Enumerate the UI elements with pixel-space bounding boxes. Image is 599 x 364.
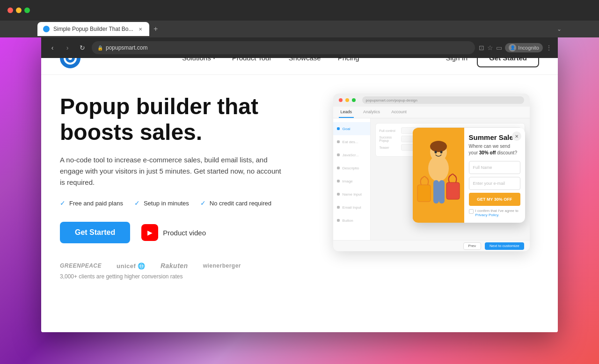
hero-checks: ✓ Free and paid plans ✓ Setup in minutes… [60,199,314,207]
person-illustration [413,129,464,222]
tab-overflow-button[interactable]: ⌄ [557,26,562,32]
popup-checkbox-row: I confirm that I've agree to Privacy Pol… [469,209,520,217]
hero-right: popupsmart.com/popup-design Leads Analyt… [323,94,539,318]
mockup-body: Goal Eat des... JavaScr... [333,118,530,240]
mockup-tab-leads[interactable]: Leads [339,107,354,118]
popup-submit-button[interactable]: GET MY 30% OFF [469,193,520,206]
address-input[interactable]: 🔒 popupsmart.com [92,41,475,54]
browser-mockup: popupsmart.com/popup-design Leads Analyt… [333,94,530,251]
check-label-3: No credit card required [210,200,271,207]
hero-buttons: Get Started ▶ Product video [60,222,314,243]
hero-get-started-button[interactable]: Get Started [60,222,130,243]
popup-form: Summer Sale Where can we send your 30% o… [464,128,525,223]
sidebar-item-image[interactable]: Image [333,175,370,188]
check-label-2: Setup in minutes [144,200,189,207]
popup-close-button[interactable]: ✕ [512,131,521,141]
sidebar-label: Goal [343,127,351,131]
title-bar [0,0,599,21]
mockup-tabs: Leads Analytics Account [333,107,530,118]
svg-point-8 [434,151,437,153]
mockup-url-bar: popupsmart.com/popup-design [362,96,524,104]
incognito-icon: 👤 [509,44,516,51]
clients-count: 3,000+ clients are getting higher conver… [60,273,314,280]
popup-fullname-field[interactable]: Full Name [469,161,520,174]
svg-point-9 [440,151,442,153]
hero-left: Popup builder that boosts sales. A no-co… [60,94,323,318]
play-icon: ▶ [141,224,158,241]
hero-title: Popup builder that boosts sales. [60,94,314,145]
traffic-lights [7,7,30,13]
sidebar-dot [337,127,340,130]
tab-arrange-icon[interactable]: ▭ [496,44,502,51]
menu-icon[interactable]: ⋮ [546,44,552,51]
popup-person [413,129,464,222]
hero-video-button[interactable]: ▶ Product video [141,224,206,241]
hero-section: Popup builder that boosts sales. A no-co… [41,75,558,332]
fullscreen-button[interactable] [24,7,30,13]
checkmark-icon-1: ✓ [60,199,66,207]
sidebar-label-6: Name Input [343,192,362,197]
popup-email-field[interactable]: Enter your e-mail [469,177,520,190]
checkmark-icon-2: ✓ [134,199,140,207]
sidebar-label-8: Button [343,218,353,223]
forward-button[interactable]: › [62,42,73,53]
lock-icon: 🔒 [97,45,103,51]
new-tab-button[interactable]: + [149,22,162,36]
svg-rect-6 [417,185,431,202]
sidebar-item-js[interactable]: JavaScr... [333,148,370,161]
url-text: popupsmart.com [106,44,469,51]
tab-title: Simple Popup Builder That Bo... [53,26,133,32]
close-button[interactable] [7,7,13,13]
minimize-button[interactable] [16,7,22,13]
sidebar-item-desc[interactable]: Descriptio [333,161,370,175]
unicef-logo: unicef 🌐 [117,262,146,269]
hero-subtitle: A no-code tool to increase e-commerce sa… [60,154,285,188]
sidebar-label-3: JavaScr... [343,153,359,157]
mockup-max-dot [352,98,356,102]
form-label-3: Teaser [380,146,398,149]
clients-section: GREENPEACE unicef 🌐 Rakuten wienerberger… [60,262,314,280]
summer-sale-popup: ✕ [413,128,525,223]
svg-point-3 [430,141,447,152]
mockup-bottom-bar: Prev Next to customize [333,240,530,251]
mockup-main: Full control Success Popup Teaser [371,118,530,240]
popup-checkbox-text: I confirm that I've agree to Privacy Pol… [475,209,520,217]
form-label-1: Full control [380,129,398,132]
clients-logos: GREENPEACE unicef 🌐 Rakuten wienerberger [60,262,314,269]
check-item-2: ✓ Setup in minutes [134,199,189,207]
sidebar-label-2: Eat des... [343,140,358,144]
popup-checkbox[interactable] [469,209,474,214]
svg-rect-5 [439,180,445,204]
sidebar-item-email[interactable]: Email Input [333,201,370,214]
svg-rect-4 [433,180,439,204]
check-label-1: Free and paid plans [69,200,123,207]
mockup-titlebar: popupsmart.com/popup-design [333,94,530,107]
sidebar-item-goal[interactable]: Goal [333,122,370,135]
video-btn-label: Product video [163,229,206,237]
sidebar-item-name[interactable]: Name Input [333,188,370,201]
tab-close-button[interactable]: ✕ [137,26,144,32]
sidebar-dot-8 [337,219,340,222]
sidebar-item-button[interactable]: Button [333,214,370,227]
mockup-tab-account[interactable]: Account [389,107,409,118]
sidebar-dot-7 [337,206,340,209]
sidebar-dot-6 [337,193,340,196]
svg-rect-7 [446,182,460,199]
greenpeace-logo: GREENPEACE [60,262,102,269]
cast-icon[interactable]: ⊡ [479,44,484,51]
mockup-prev-btn[interactable]: Prev [463,242,481,250]
wienerberger-logo: wienerberger [203,262,241,269]
sidebar-item-eatdes[interactable]: Eat des... [333,135,370,148]
back-button[interactable]: ‹ [47,42,58,53]
tab-bar: Simple Popup Builder That Bo... ✕ + ⌄ [0,21,599,37]
check-item-3: ✓ No credit card required [200,199,271,207]
reload-button[interactable]: ↻ [77,42,88,53]
sidebar-dot-4 [337,167,340,169]
rakuten-logo: Rakuten [161,262,188,269]
mockup-tab-analytics[interactable]: Analytics [361,107,382,118]
mockup-next-btn[interactable]: Next to customize [485,242,524,250]
active-tab[interactable]: Simple Popup Builder That Bo... ✕ [37,22,149,36]
popup-fullname-placeholder: Full Name [473,165,492,170]
mockup-url-text: popupsmart.com/popup-design [366,98,417,102]
bookmark-icon[interactable]: ☆ [487,44,493,51]
